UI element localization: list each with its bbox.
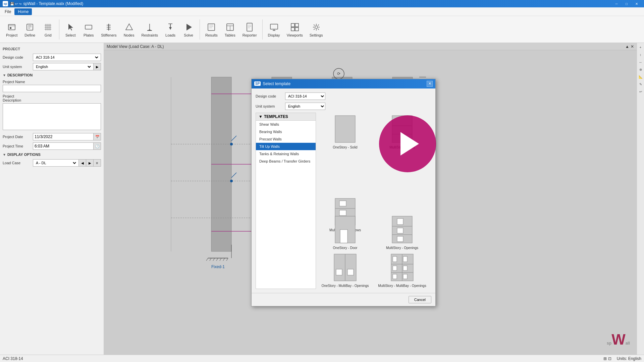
template-category-tanks-retaining[interactable]: Tanks & Retaining Walls	[256, 150, 316, 158]
template-category-tilt-up-walls[interactable]: Tilt Up Walls	[256, 143, 316, 150]
templates-section-title: TEMPLATES	[264, 114, 288, 119]
svg-rect-41	[291, 27, 294, 31]
description-section-header[interactable]: ▼ DESCRIPTION	[3, 73, 101, 77]
project-time-input[interactable]: 6:03 AM	[33, 142, 94, 150]
close-button[interactable]: ✕	[632, 1, 641, 7]
template-thumb-onestory-door	[333, 215, 357, 245]
design-code-input[interactable]: ACI 318-14	[33, 54, 101, 61]
unit-system-input[interactable]: English	[33, 63, 94, 70]
unit-system-arrow-btn[interactable]: ▶	[94, 63, 101, 70]
toolbar-select[interactable]: Select	[62, 20, 79, 39]
load-case-input[interactable]: A - DL	[33, 159, 79, 167]
description-section: Project Name Project Description Project…	[3, 80, 101, 150]
toolbar-results[interactable]: Results	[203, 20, 220, 39]
define-label: Define	[24, 33, 35, 37]
template-thumb-multistory-multibay-openings	[390, 252, 414, 283]
template-onestory-multibay-openings[interactable]: OneStory - MultiBay - Openings	[319, 252, 372, 288]
dialog-design-code-select[interactable]: ACI 318-14	[285, 93, 325, 100]
project-date-row: Project Date 11/3/2022 📅	[3, 133, 101, 140]
toolbar-project[interactable]: Project	[3, 20, 20, 39]
toolbar-plates[interactable]: Plates	[80, 20, 97, 39]
toolbar-solve[interactable]: Solve	[180, 20, 197, 39]
template-category-precast-walls[interactable]: Precast Walls	[256, 135, 316, 143]
right-sidebar-btn-7[interactable]: ↩	[638, 88, 644, 95]
right-sidebar-btn-5[interactable]: 📐	[638, 74, 644, 80]
display-icon	[269, 22, 279, 33]
toolbar-display[interactable]: Display	[265, 20, 283, 39]
toolbar-reporter[interactable]: Reporter	[240, 20, 260, 39]
title-bar-controls[interactable]: ─ □ ✕	[612, 1, 641, 7]
unit-system-select[interactable]: English	[35, 63, 92, 70]
dialog-unit-system-select[interactable]: English	[285, 103, 325, 110]
dialog-overlay: SP Select template ✕ Design code ACI 318…	[104, 50, 637, 355]
settings-label: Settings	[310, 33, 323, 37]
viewport-controls[interactable]: ▲ ✕	[625, 44, 634, 49]
project-date-picker-btn[interactable]: 📅	[94, 133, 101, 140]
svg-rect-116	[347, 269, 354, 275]
templates-grid-row4: OneStory - MultiBay - Openings	[319, 252, 429, 288]
toolbar-grid[interactable]: Grid	[40, 20, 56, 39]
project-time-picker-btn[interactable]: 🕐	[94, 142, 101, 150]
design-code-select[interactable]: ACI 318-14	[35, 54, 99, 61]
right-sidebar-btn-2[interactable]: ↕	[638, 52, 644, 58]
template-category-shear-walls[interactable]: Shear Walls	[256, 121, 316, 128]
project-name-input[interactable]	[3, 85, 101, 92]
main-layout: PROJECT Design code ACI 318-14 Unit syst…	[0, 43, 644, 355]
toolbar-tables[interactable]: Tables	[222, 20, 238, 39]
toolbar-loads[interactable]: Loads	[162, 20, 179, 39]
toolbar-nodes[interactable]: Nodes	[121, 20, 138, 39]
load-case-table-btn[interactable]: ≡	[94, 159, 101, 167]
right-sidebar-btn-3[interactable]: ↔	[638, 59, 644, 65]
svg-rect-40	[295, 23, 299, 27]
project-time-row: Project Time 6:03 AM 🕐	[3, 142, 101, 150]
template-multistory-openings[interactable]: MultiStory - Openings	[376, 215, 429, 250]
template-thumb-onestory-multibay-openings	[333, 252, 357, 283]
load-case-prev-btn[interactable]: ◀	[79, 159, 86, 167]
title-bar: sp 💾 ↩ ↪ spWall - Template.walx (Modifie…	[0, 0, 644, 7]
viewport-close-btn[interactable]: ✕	[631, 44, 634, 49]
svg-rect-39	[291, 23, 294, 27]
toolbar-stiffeners[interactable]: Stiffeners	[98, 20, 119, 39]
menu-home[interactable]: Home	[14, 8, 32, 15]
viewport-canvas: Fixed-1 Fixed-1 Fixed-1 ⟳	[104, 50, 637, 355]
dialog-close-btn[interactable]: ✕	[427, 81, 433, 87]
toolbar-restraints[interactable]: Restraints	[139, 20, 161, 39]
display-options-section-header[interactable]: ▼ DISPLAY OPTIONS	[3, 153, 101, 157]
plates-icon	[83, 22, 94, 33]
project-date-input[interactable]: 11/3/2022	[33, 133, 94, 140]
template-category-deep-beams[interactable]: Deep Beams / Transfer Girders	[256, 158, 316, 165]
maximize-button[interactable]: □	[622, 1, 631, 7]
svg-rect-124	[403, 266, 407, 270]
load-case-select[interactable]: A - DL	[35, 160, 77, 166]
right-sidebar-btn-4[interactable]: ⊕	[638, 66, 644, 72]
viewport-collapse-btn[interactable]: ▲	[625, 44, 629, 49]
template-onestory-solid[interactable]: OneStory - Solid	[319, 114, 372, 149]
load-case-next-btn[interactable]: ▶	[86, 159, 94, 167]
toolbar-define[interactable]: Define	[21, 20, 38, 39]
select-template-dialog: SP Select template ✕ Design code ACI 318…	[251, 79, 436, 306]
right-sidebar-btn-6[interactable]: ✎	[638, 81, 644, 87]
toolbar-settings[interactable]: Settings	[307, 20, 326, 39]
right-sidebar-btn-1[interactable]: +	[638, 44, 644, 50]
stiffeners-label: Stiffeners	[101, 33, 116, 37]
project-description-input[interactable]	[3, 103, 101, 130]
templates-right: OneStory - Solid	[316, 113, 431, 289]
toolbar-sep-1	[59, 19, 59, 40]
cancel-button[interactable]: Cancel	[409, 296, 431, 303]
menu-file[interactable]: File	[1, 8, 14, 15]
unit-system-row: Unit system English ▶	[3, 63, 101, 70]
viewport-title: Model View (Load Case: A - DL)	[107, 44, 164, 49]
minimize-button[interactable]: ─	[612, 1, 621, 7]
template-multistory-multibay-openings[interactable]: MultiStory - MultiBay - Openings	[376, 252, 429, 288]
viewport-header: Model View (Load Case: A - DL) ▲ ✕	[104, 43, 637, 50]
template-onestory-door[interactable]: OneStory - Door	[319, 215, 372, 250]
viewports-label: Viewports	[287, 33, 303, 37]
left-panel: PROJECT Design code ACI 318-14 Unit syst…	[0, 43, 104, 355]
video-play-button[interactable]	[379, 115, 436, 172]
status-units: Units: English	[617, 356, 641, 361]
loads-label: Loads	[165, 33, 175, 37]
template-category-bearing-walls[interactable]: Bearing Walls	[256, 128, 316, 135]
toolbar-viewports[interactable]: Viewports	[284, 20, 306, 39]
results-label: Results	[205, 33, 218, 37]
viewport: Model View (Load Case: A - DL) ▲ ✕	[104, 43, 637, 355]
